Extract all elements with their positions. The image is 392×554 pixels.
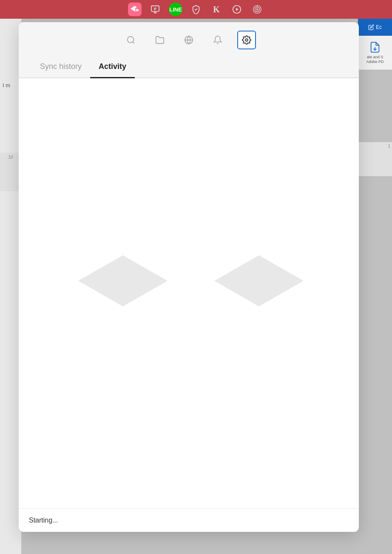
svg-point-12 xyxy=(245,39,248,41)
notifications-button[interactable] xyxy=(208,31,227,49)
document-background: I m 10 xyxy=(0,19,21,554)
edit-section[interactable]: Ec xyxy=(358,19,392,36)
status-bar: Starting... xyxy=(19,508,359,532)
klack-menubar-icon[interactable]: K xyxy=(210,3,223,16)
right-ruler: 1 xyxy=(358,142,392,176)
svg-point-4 xyxy=(255,7,260,12)
content-area xyxy=(19,78,359,508)
diamond-2 xyxy=(210,251,304,302)
search-button[interactable] xyxy=(122,31,140,49)
svg-marker-13 xyxy=(78,255,168,306)
svg-marker-2 xyxy=(236,8,239,11)
shield-menubar-icon[interactable] xyxy=(189,3,203,16)
export-text: ate and S Adobe PD xyxy=(366,55,383,64)
line-menubar-icon[interactable]: LINE xyxy=(169,3,182,16)
menubar: LINE K xyxy=(0,0,392,19)
svg-marker-14 xyxy=(214,255,304,306)
toolbar xyxy=(19,22,359,56)
left-ruler: 10 xyxy=(0,153,21,191)
folder-button[interactable] xyxy=(151,31,169,49)
play-menubar-icon[interactable] xyxy=(230,3,244,16)
diamonds-container xyxy=(74,251,304,302)
settings-button[interactable] xyxy=(237,31,256,49)
globe-button[interactable] xyxy=(179,31,198,49)
doc-text: I m xyxy=(0,80,21,90)
tabs-container: Sync history Activity xyxy=(19,56,359,78)
dropbox-menubar-icon[interactable] xyxy=(128,3,142,16)
svg-point-8 xyxy=(128,37,134,43)
right-panel: Ec ate and S Adobe PD 1 xyxy=(358,19,392,554)
export-section[interactable]: ate and S Adobe PD xyxy=(358,36,392,70)
tab-activity[interactable]: Activity xyxy=(90,56,135,78)
radar-menubar-icon[interactable] xyxy=(250,3,264,16)
dropbox-panel: Sync history Activity Starting... xyxy=(19,22,359,532)
edit-label: Ec xyxy=(376,24,382,30)
svg-point-5 xyxy=(256,9,258,10)
tab-sync-history[interactable]: Sync history xyxy=(31,56,90,78)
svg-line-9 xyxy=(133,42,134,43)
diamond-1 xyxy=(74,251,168,302)
screen-share-menubar-icon[interactable] xyxy=(148,3,162,16)
status-text: Starting... xyxy=(29,517,58,524)
